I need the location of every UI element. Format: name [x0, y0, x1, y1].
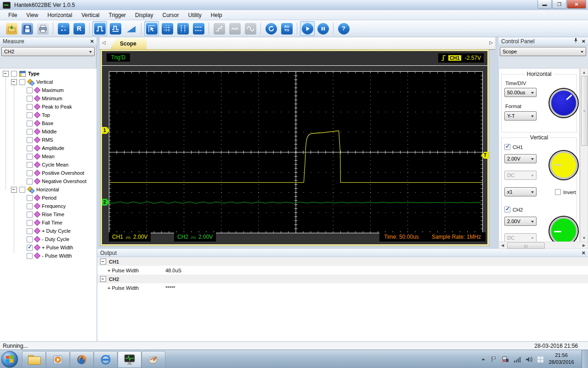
get-windows-icon[interactable] — [537, 356, 544, 363]
ch1-position-knob[interactable] — [551, 153, 576, 178]
output-close-icon[interactable]: × — [582, 250, 585, 256]
output-group-row[interactable]: CH1 — [97, 257, 588, 266]
tree-item-label[interactable]: Amplitude — [42, 145, 64, 151]
step-wave-button[interactable] — [212, 21, 226, 36]
start-button[interactable] — [300, 21, 315, 36]
tree-item-label[interactable]: Base — [42, 121, 53, 126]
measure-item-checkbox[interactable] — [27, 245, 33, 251]
volume-icon[interactable] — [526, 356, 532, 362]
tree-row[interactable]: Negative Overshoot — [0, 177, 96, 185]
ramp-button[interactable] — [124, 21, 138, 36]
tree-item-label[interactable]: + Pulse Width — [42, 245, 73, 250]
tree-row[interactable]: Type — [0, 69, 96, 78]
control-horizontal-scrollbar[interactable]: ◀ ||| ▶ — [498, 242, 588, 249]
control-vertical-scrollbar[interactable]: ▲ ≡ ▼ — [580, 68, 588, 242]
measure-item-checkbox[interactable] — [27, 121, 33, 126]
ch1-coupling-select[interactable]: DC — [504, 171, 537, 180]
output-value-row[interactable]: + Pulse Width ***** — [97, 283, 588, 292]
measure-item-checkbox[interactable] — [27, 170, 33, 176]
measure-item-checkbox[interactable] — [27, 220, 33, 226]
menu-cursor[interactable]: Cursor — [158, 11, 183, 20]
tree-row[interactable]: Mean — [0, 152, 96, 161]
restore-button[interactable]: ❐ — [552, 0, 566, 9]
menu-help[interactable]: Help — [206, 11, 227, 20]
tree-item-label[interactable]: Peak to Peak — [42, 104, 72, 109]
tree-item-label[interactable]: Mean — [42, 154, 55, 159]
tree-row[interactable]: Peak to Peak — [0, 103, 96, 111]
control-close-icon[interactable]: × — [582, 39, 585, 44]
vertical-cursors-button[interactable] — [175, 21, 190, 36]
taskbar-ie-button[interactable] — [94, 351, 118, 368]
signal-strength-icon[interactable] — [514, 356, 521, 362]
measure-item-checkbox[interactable] — [27, 96, 33, 102]
collapse-icon[interactable] — [100, 259, 106, 264]
scrollbar-thumb[interactable]: ||| — [507, 242, 545, 249]
taskbar-media-player-button[interactable] — [46, 351, 70, 368]
tree-row[interactable]: Horizontal — [0, 185, 96, 194]
tree-row[interactable]: Minimum — [0, 94, 96, 103]
menu-file[interactable]: File — [4, 11, 22, 20]
reference-button[interactable]: R — [72, 21, 86, 36]
taskbar-clock[interactable]: 21:56 28/03/2016 — [545, 352, 578, 366]
measure-close-icon[interactable]: × — [90, 39, 94, 44]
tree-item-label[interactable]: Minimum — [42, 96, 62, 101]
tree-row[interactable]: Rise Time — [0, 210, 96, 218]
tree-item-label[interactable]: Maximum — [42, 87, 64, 93]
tab-scope[interactable]: Scope — [110, 38, 147, 49]
tree-row[interactable]: Cycle Mean — [0, 161, 96, 169]
measure-item-checkbox[interactable] — [27, 87, 33, 93]
measure-item-checkbox[interactable] — [27, 253, 33, 259]
tab-scroll-right-icon[interactable]: ▷ — [489, 40, 493, 45]
measure-item-checkbox[interactable] — [27, 203, 33, 209]
tree-item-label[interactable]: Top — [42, 112, 50, 118]
show-desktop-button[interactable] — [582, 350, 588, 368]
measure-channel-select[interactable]: CH2 — [1, 47, 95, 56]
ch1-probe-select[interactable]: x1 — [504, 187, 537, 196]
network-disconnected-icon[interactable] — [502, 356, 509, 362]
tree-row[interactable]: - Duty Cycle — [0, 235, 96, 243]
tree-item-label[interactable]: Horizontal — [36, 187, 59, 192]
multi-wave-button[interactable] — [227, 21, 242, 36]
pulse-button[interactable] — [92, 21, 107, 36]
measure-item-checkbox[interactable] — [27, 162, 33, 168]
pin-icon[interactable] — [574, 38, 578, 44]
tree-row[interactable]: Period — [0, 194, 96, 202]
taskbar-paint-button[interactable] — [141, 351, 165, 368]
control-mode-select[interactable]: Scope — [500, 47, 586, 56]
tree-row[interactable]: Vertical — [0, 78, 96, 86]
menu-trigger[interactable]: Trigger — [104, 11, 131, 20]
tree-item-label[interactable]: Negative Overshoot — [42, 178, 86, 184]
measure-item-checkbox[interactable] — [27, 212, 33, 218]
ch2-position-knob[interactable] — [551, 218, 576, 242]
tree-item-label[interactable]: - Pulse Width — [42, 253, 72, 259]
collapse-icon[interactable] — [100, 276, 106, 282]
measure-item-checkbox[interactable] — [27, 112, 33, 118]
print-button[interactable] — [35, 21, 50, 36]
tree-row[interactable]: RMS — [0, 136, 96, 144]
measure-item-checkbox[interactable] — [27, 154, 33, 160]
tab-scroll-left-icon[interactable]: ◁ — [102, 40, 106, 45]
menu-utility[interactable]: Utility — [183, 11, 206, 20]
pulse-baseline-button[interactable] — [108, 21, 123, 36]
tree-item-label[interactable]: Fall Time — [42, 220, 62, 225]
tree-row[interactable]: - Pulse Width — [0, 252, 96, 260]
tree-row[interactable]: Top — [0, 111, 96, 119]
tree-item-label[interactable]: Middle — [42, 129, 57, 134]
measure-item-checkbox[interactable] — [27, 236, 33, 242]
menu-display[interactable]: Display — [130, 11, 158, 20]
tree-item-label[interactable]: Period — [42, 195, 57, 201]
start-button[interactable] — [1, 351, 18, 368]
math-button[interactable]: + -× ÷ — [56, 21, 71, 36]
scrollbar-thumb[interactable]: ≡ — [581, 76, 588, 146]
scroll-up-icon[interactable]: ▲ — [581, 69, 588, 75]
tree-row[interactable]: + Pulse Width — [0, 243, 96, 252]
tree-item-label[interactable]: - Duty Cycle — [42, 236, 69, 242]
auto-set-button[interactable]: AUTO — [279, 21, 294, 36]
tree-row[interactable]: + Duty Cycle — [0, 227, 96, 235]
refresh-button[interactable] — [264, 21, 278, 36]
measure-item-checkbox[interactable] — [19, 79, 25, 85]
taskbar-explorer-button[interactable] — [22, 351, 46, 368]
close-button[interactable]: ✕ — [567, 0, 586, 9]
ch2-coupling-select[interactable]: DC — [504, 233, 537, 242]
horizontal-position-knob[interactable] — [551, 91, 576, 115]
